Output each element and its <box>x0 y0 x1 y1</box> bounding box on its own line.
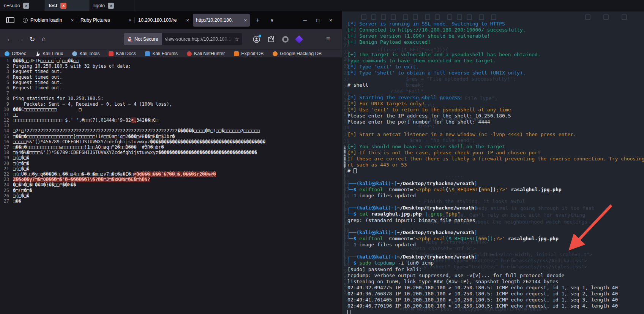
browser-tabs: iProblem loadin×Ruby Pictures×10.200.180… <box>20 14 251 27</box>
bookmark-kali-docs[interactable]: Kali Docs <box>109 51 136 56</box>
account-icon[interactable] <box>253 36 260 43</box>
maximize-button[interactable]: □ <box>314 17 322 23</box>
source-line: 13 <box>0 123 342 128</box>
url-text[interactable]: view-source:http://10.200.180.100/resour… <box>162 36 233 42</box>
sidebar-icon[interactable] <box>6 17 14 23</box>
browser-tab[interactable]: Ruby Pictures× <box>77 14 134 27</box>
terminal-line: [+] Benign Payload executed! <box>347 39 644 45</box>
extension-diamond-icon[interactable] <box>295 35 303 43</box>
back-button[interactable]: ← <box>4 35 15 43</box>
tab-close-icon[interactable]: × <box>60 3 66 9</box>
workspace-tab[interactable]: test× <box>45 0 90 11</box>
bookmark-offsec[interactable]: OffSec <box>5 51 26 56</box>
bookmark-label: Kali Forums <box>152 51 178 56</box>
line-number: 23 <box>0 177 9 182</box>
bookmark-label: Kali Docs <box>116 51 136 56</box>
terminal-line: 02:49:41.761405 IP 10.200.180.100 > 10.2… <box>347 297 644 303</box>
source-line-text: □(□U�,□�y□q���B�□,��□u4□□�=�□�m□zv7□�c�a… <box>13 171 216 177</box>
bookmark-kali-tools[interactable]: Kali Tools <box>72 51 99 56</box>
line-number: 22 <box>0 171 9 177</box>
line-number: 8 <box>0 96 9 101</box>
workspace-tab-label: test <box>49 3 57 8</box>
browser-tab[interactable]: http://10.200.180.× <box>193 14 250 27</box>
forward-button[interactable]: → <box>15 35 27 43</box>
browser-tab[interactable]: iProblem loadin× <box>20 14 77 27</box>
navbar-extensions <box>253 36 302 43</box>
url-bar[interactable]: Not Secure view-source:http://10.200.180… <box>124 33 242 45</box>
source-line-text: □(□�□� <box>13 193 29 198</box>
source-line-text: Request timed out. <box>13 80 62 85</box>
source-line-text: □�� <box>13 198 21 204</box>
line-number: 1 <box>0 58 9 63</box>
source-line-text: Ping statistics for 10.250.180.5: <box>13 96 103 101</box>
source-line: 12□□□□□□□□□□□□□□□□□□ $.' ",#□□(7),01444□… <box>0 117 342 123</box>
source-line: 19□(□�□� <box>0 155 342 160</box>
terminal-line: [+] Server version (1.890) should be vul… <box>347 33 644 39</box>
terminal-line <box>347 138 644 144</box>
source-line-text: Packets: Sent = 4, Received = 0, Lost = … <box>13 101 172 107</box>
terminal-line: 02:49:32.094275 IP 10.200.180.100 > 10.2… <box>347 285 644 291</box>
tab-close-icon[interactable]: × <box>128 17 131 23</box>
terminal-line: # shell <box>347 82 644 88</box>
line-number: 13 <box>0 123 9 128</box>
line-number: 16 <box>0 139 9 144</box>
workspace-tab[interactable]: ligolo× <box>90 0 134 11</box>
source-line-text: ����□□JFIF□□□□□`□`□□��□□ <box>13 58 79 63</box>
source-line: 25�□(□�□� <box>0 188 342 193</box>
browser-tab[interactable]: 10.200.180.100/re× <box>135 14 192 27</box>
extensions-puzzle-icon[interactable] <box>268 36 275 43</box>
window-controls: ─ □ × <box>301 17 339 23</box>
ghost-toolbar-icon <box>622 14 627 20</box>
tab-close-icon[interactable]: × <box>23 3 29 9</box>
ghost-toolbar-icon <box>479 14 484 20</box>
tab-close-icon[interactable]: × <box>108 3 114 9</box>
terminal-window[interactable]: if(isset($_GET["msg"])){$res = "File upl… <box>342 11 644 314</box>
tab-close-icon[interactable]: × <box>71 17 74 23</box>
terminal-line: [*] Start a netcat listener in a new win… <box>347 132 644 138</box>
bookmark-kali-nethunter[interactable]: Kali NetHunter <box>187 51 225 56</box>
line-number: 4 <box>0 75 9 80</box>
bookmark-kali-forums[interactable]: Kali Forums <box>145 51 178 56</box>
close-button[interactable]: × <box>327 17 335 23</box>
terminal-line <box>347 89 644 95</box>
bookmark-label: Kali NetHunter <box>194 51 225 56</box>
workspace-tab[interactable]: n+sudo× <box>0 0 45 11</box>
home-button[interactable]: ⌂ <box>38 35 49 43</box>
bookmark-kali-linux[interactable]: Kali Linux <box>35 51 63 56</box>
terminal-output: [*] Server is running in SSL mode. Switc… <box>347 21 644 314</box>
terminal-line: Please enter the IP address for the shel… <box>347 113 644 119</box>
tab-close-icon[interactable]: × <box>244 17 247 23</box>
minimize-button[interactable]: ─ <box>301 17 309 23</box>
reload-button[interactable]: ↻ <box>27 35 38 43</box>
terminal-line: rt such as 443 or 53 <box>347 162 644 168</box>
source-line-text: □(□�□� <box>13 155 29 160</box>
source-line-text: □(□�□� <box>13 161 29 166</box>
source-line-text: �□�h�□�L��4�}��□□*��G�� <box>13 182 76 187</box>
line-number: 3 <box>0 69 9 74</box>
line-number: 12 <box>0 117 9 123</box>
kali-docs-icon <box>109 51 114 56</box>
extension-ring-icon[interactable] <box>282 36 289 43</box>
bookmark-exploit-db[interactable]: Exploit-DB <box>234 51 264 56</box>
source-line: 6Request timed out. <box>0 85 342 90</box>
tab-close-icon[interactable]: × <box>186 17 189 23</box>
terminal-line: [*] For UNIX targets only! <box>347 101 644 107</box>
kali-tools-icon <box>72 51 77 56</box>
offsec-icon <box>5 51 9 56</box>
line-number: 21 <box>0 166 9 171</box>
source-line: 24�□�h�□�L��4�}��□□*��G�� <box>0 182 342 187</box>
tab-list-button[interactable]: ∨ <box>265 17 279 23</box>
bookmark-star-icon[interactable]: ☆ <box>233 36 239 42</box>
ghost-toolbar-icon <box>381 14 386 20</box>
security-chip[interactable]: Not Secure <box>124 33 162 45</box>
new-tab-button[interactable]: + <box>251 16 265 24</box>
bookmark-google-hacking-db[interactable]: Google Hacking DB <box>273 51 322 56</box>
source-line-text: □□□□□%&'()*456789:CDEFGHIJSTUVWXYZcdefgh… <box>13 139 265 144</box>
source-line: 23Z��o��y7□�□Q����□�'�~������}\�?��□J□�x… <box>0 177 342 182</box>
ghost-toolbar-icon <box>603 14 609 20</box>
menu-button[interactable]: ≡ <box>326 35 330 43</box>
line-number: 9 <box>0 101 9 107</box>
ghost-toolbar-icon <box>491 14 496 20</box>
source-line: 4Request timed out. <box>0 75 342 80</box>
terminal-line: If these are correct then there is likel… <box>347 156 644 162</box>
